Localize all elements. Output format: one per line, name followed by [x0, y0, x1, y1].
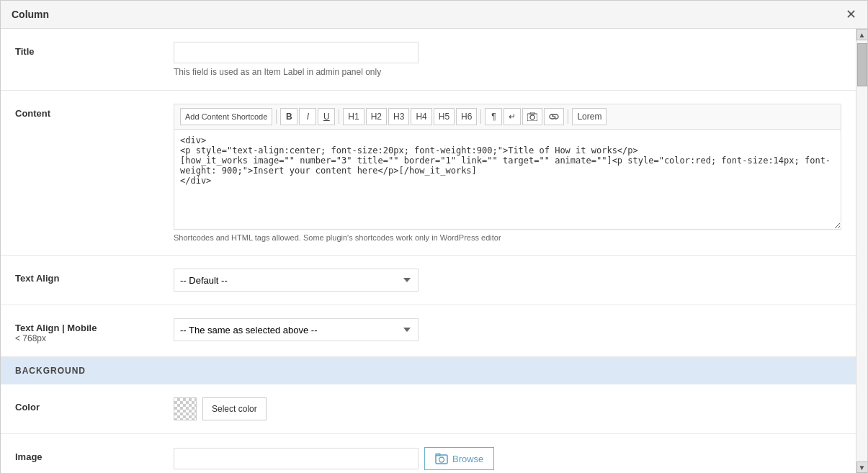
title-hint: This field is used as an Item Label in a…	[174, 67, 841, 77]
scrollbar-down-button[interactable]: ▼	[856, 461, 868, 473]
color-checker-pattern	[174, 397, 197, 420]
enter-button[interactable]: ↵	[504, 108, 521, 125]
toolbar-divider-2	[339, 109, 339, 124]
toolbar-divider-3	[480, 109, 481, 124]
svg-point-6	[439, 457, 444, 462]
svg-point-1	[530, 115, 534, 120]
camera-icon	[527, 112, 537, 121]
content-label: Content	[15, 104, 174, 119]
modal-body: Title This field is used as an Item Labe…	[1, 29, 867, 473]
link-button[interactable]	[544, 108, 564, 125]
h5-button[interactable]: H5	[434, 108, 455, 125]
browse-icon	[435, 453, 448, 464]
color-label: Color	[15, 397, 174, 413]
color-field-content: Select color	[174, 397, 841, 420]
image-row: Image Browse	[1, 434, 856, 473]
content-textarea[interactable]: <div> <p style="text-align:center; font-…	[174, 129, 841, 230]
color-picker-wrapper: Select color	[174, 397, 841, 420]
modal-content-area: Title This field is used as an Item Labe…	[1, 29, 856, 473]
image-label: Image	[15, 447, 174, 462]
text-align-row: Text Align -- Default -- Left Center Rig…	[1, 256, 856, 305]
toolbar-divider-4	[568, 109, 568, 124]
background-section-header: BACKGROUND	[1, 357, 856, 384]
underline-button[interactable]: U	[318, 108, 335, 125]
image-row-content: Browse	[174, 447, 841, 470]
text-align-mobile-label: Text Align | Mobile < 768px	[15, 318, 174, 343]
lorem-button[interactable]: Lorem	[572, 108, 607, 125]
modal-container: Column ✕ Title This field is used as an …	[0, 0, 868, 473]
scrollbar-up-button[interactable]: ▲	[856, 29, 868, 40]
browse-button[interactable]: Browse	[424, 447, 494, 470]
h3-button[interactable]: H3	[388, 108, 409, 125]
scrollbar-track	[856, 40, 867, 461]
content-row: Content Add Content Shortcode B I U H1 H…	[1, 91, 856, 256]
italic-button[interactable]: I	[299, 108, 316, 125]
image-input[interactable]	[174, 448, 419, 469]
link-icon	[549, 112, 559, 121]
image-field-content: Browse	[174, 447, 841, 470]
content-field-content: Add Content Shortcode B I U H1 H2 H3 H4 …	[174, 104, 841, 242]
content-hint: Shortcodes and HTML tags allowed. Some p…	[174, 233, 841, 242]
title-row: Title This field is used as an Item Labe…	[1, 29, 856, 91]
h1-button[interactable]: H1	[343, 108, 364, 125]
text-align-mobile-sub-label: < 768px	[15, 333, 174, 343]
h6-button[interactable]: H6	[456, 108, 477, 125]
content-toolbar: Add Content Shortcode B I U H1 H2 H3 H4 …	[174, 104, 841, 129]
camera-button[interactable]	[522, 108, 542, 125]
title-label: Title	[15, 42, 174, 57]
text-align-mobile-row: Text Align | Mobile < 768px -- The same …	[1, 305, 856, 357]
modal-header: Column ✕	[1, 1, 867, 29]
modal-close-button[interactable]: ✕	[846, 8, 856, 21]
modal-title: Column	[12, 9, 49, 20]
text-align-label: Text Align	[15, 269, 174, 284]
text-align-mobile-content: -- The same as selected above -- Left Ce…	[174, 318, 841, 341]
title-field-content: This field is used as an Item Label in a…	[174, 42, 841, 77]
h4-button[interactable]: H4	[411, 108, 431, 125]
text-align-content: -- Default -- Left Center Right Justify	[174, 269, 841, 292]
select-color-button[interactable]: Select color	[202, 397, 267, 420]
toolbar-divider-1	[276, 109, 277, 124]
paragraph-button[interactable]: ¶	[485, 108, 502, 125]
color-row: Color Select color	[1, 384, 856, 434]
text-align-mobile-select[interactable]: -- The same as selected above -- Left Ce…	[174, 318, 419, 341]
text-align-select[interactable]: -- Default -- Left Center Right Justify	[174, 269, 419, 292]
add-shortcode-button[interactable]: Add Content Shortcode	[180, 108, 272, 125]
modal-scrollbar: ▲ ▼	[856, 29, 867, 473]
bold-button[interactable]: B	[280, 108, 297, 125]
scrollbar-thumb[interactable]	[857, 43, 867, 86]
title-input[interactable]	[174, 42, 419, 63]
h2-button[interactable]: H2	[366, 108, 387, 125]
